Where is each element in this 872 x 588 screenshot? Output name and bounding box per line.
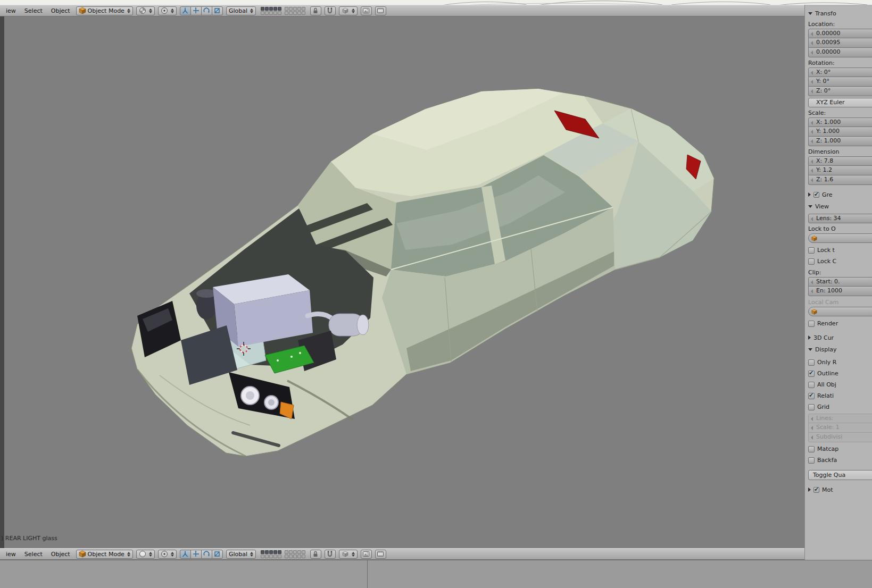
layer-toggle[interactable]: [261, 7, 264, 11]
scale-x-field[interactable]: X: 1.000: [808, 117, 872, 127]
layer-toggle[interactable]: [289, 550, 293, 554]
mode-dropdown[interactable]: Object Mode: [76, 550, 133, 559]
layer-toggle[interactable]: [269, 11, 273, 15]
snap-toggle-button[interactable]: [325, 6, 336, 15]
layer-toggle[interactable]: [297, 7, 301, 11]
snap-toggle-button[interactable]: [325, 550, 336, 559]
menu-select[interactable]: Select: [22, 551, 45, 558]
layer-toggle[interactable]: [278, 11, 281, 15]
layer-toggle[interactable]: [261, 550, 264, 554]
layer-toggle[interactable]: [289, 555, 293, 558]
snap-element-dropdown[interactable]: [339, 6, 358, 15]
layer-toggle[interactable]: [269, 7, 273, 11]
snap-element-dropdown[interactable]: [339, 550, 358, 559]
backface-culling-checkbox[interactable]: Backfa: [808, 456, 872, 465]
menu-object[interactable]: Object: [48, 551, 73, 558]
layer-toggle[interactable]: [293, 7, 297, 11]
shading-dropdown[interactable]: [136, 550, 155, 559]
layer-toggle[interactable]: [302, 7, 305, 11]
scale-y-field[interactable]: Y: 1.000: [808, 127, 872, 137]
menu-object[interactable]: Object: [48, 7, 73, 14]
grid-checkbox[interactable]: Grid: [808, 402, 872, 411]
layer-toggle[interactable]: [297, 11, 301, 15]
clip-start-field[interactable]: Start: 0.: [808, 277, 872, 287]
lock-camera-checkbox[interactable]: Lock C: [808, 257, 872, 266]
manipulator-scale-button[interactable]: [212, 6, 223, 15]
location-y-field[interactable]: 0.00095: [808, 38, 872, 48]
pivot-dropdown[interactable]: [158, 6, 177, 15]
layer-toggle[interactable]: [297, 555, 301, 558]
scene-lock-button[interactable]: [310, 6, 321, 15]
layer-toggle[interactable]: [302, 11, 305, 15]
layer-toggle[interactable]: [273, 555, 277, 558]
location-x-field[interactable]: 0.00000: [808, 29, 872, 38]
manipulator-rotate-button[interactable]: [201, 550, 212, 559]
layer-toggle[interactable]: [289, 11, 293, 15]
panel-header-transform[interactable]: Transfo: [808, 8, 872, 19]
layer-toggle[interactable]: [278, 555, 281, 558]
shading-dropdown[interactable]: [136, 6, 155, 15]
manipulator-translate-button[interactable]: [190, 550, 202, 559]
car-model[interactable]: [131, 89, 714, 456]
relationship-lines-checkbox[interactable]: Relati: [808, 391, 872, 400]
layer-toggle[interactable]: [302, 555, 305, 558]
layer-toggle[interactable]: [285, 555, 288, 558]
layer-toggle[interactable]: [273, 11, 277, 15]
layer-toggle[interactable]: [285, 550, 288, 554]
layer-toggle[interactable]: [302, 550, 305, 554]
menu-view[interactable]: iew: [3, 7, 19, 14]
opengl-render-still-button[interactable]: [361, 550, 372, 559]
manipulator-translate-button[interactable]: [190, 6, 202, 15]
local-camera-field[interactable]: [808, 307, 872, 316]
layer-toggle[interactable]: [265, 550, 269, 554]
layer-toggle[interactable]: [265, 7, 269, 11]
dimensions-z-field[interactable]: Z: 1.6: [808, 175, 872, 185]
viewport-3d[interactable]: [4, 16, 804, 548]
layer-toggle[interactable]: [265, 555, 269, 558]
all-object-origins-checkbox[interactable]: All Obj: [808, 380, 872, 389]
location-z-field[interactable]: 0.00000: [808, 48, 872, 57]
layer-toggle[interactable]: [278, 7, 281, 11]
layer-toggle[interactable]: [285, 7, 288, 11]
layer-toggle[interactable]: [261, 11, 264, 15]
panel-header-3d-cursor[interactable]: 3D Cur: [808, 332, 872, 343]
menu-select[interactable]: Select: [22, 7, 45, 14]
layer-toggle[interactable]: [293, 555, 297, 558]
rotation-z-field[interactable]: Z: 0°: [808, 87, 872, 96]
layer-toggle[interactable]: [285, 11, 288, 15]
panel-header-motion-tracking[interactable]: Mot: [808, 484, 872, 495]
dimensions-x-field[interactable]: X: 7.8: [808, 156, 872, 166]
mode-dropdown[interactable]: Object Mode: [76, 6, 133, 15]
pivot-dropdown[interactable]: [158, 550, 177, 559]
rotation-mode-dropdown[interactable]: XYZ Euler: [808, 98, 872, 107]
render-border-checkbox[interactable]: Render: [808, 319, 872, 328]
orientation-dropdown[interactable]: Global: [226, 550, 256, 559]
scene-lock-button[interactable]: [310, 550, 321, 559]
panel-header-view[interactable]: View: [808, 201, 872, 212]
rotation-x-field[interactable]: X: 0°: [808, 68, 872, 77]
scale-z-field[interactable]: Z: 1.000: [808, 137, 872, 146]
manipulator-axis-button[interactable]: [180, 6, 191, 15]
layer-toggle[interactable]: [293, 550, 297, 554]
opengl-render-anim-button[interactable]: [375, 550, 386, 559]
outline-selected-checkbox[interactable]: Outline: [808, 369, 872, 378]
layer-toggle[interactable]: [297, 550, 301, 554]
dimensions-y-field[interactable]: Y: 1.2: [808, 166, 872, 175]
layer-toggle[interactable]: [289, 7, 293, 11]
lens-field[interactable]: Lens: 34: [808, 214, 872, 223]
layer-toggle[interactable]: [273, 7, 277, 11]
layer-toggle[interactable]: [261, 555, 264, 558]
lock-to-cursor-checkbox[interactable]: Lock t: [808, 246, 872, 255]
rotation-y-field[interactable]: Y: 0°: [808, 77, 872, 87]
orientation-dropdown[interactable]: Global: [226, 6, 256, 15]
layer-toggle[interactable]: [293, 11, 297, 15]
lock-object-field[interactable]: [808, 233, 872, 243]
layer-toggle[interactable]: [269, 555, 273, 558]
layer-toggle[interactable]: [265, 11, 269, 15]
toggle-quad-view-button[interactable]: Toggle Qua: [808, 470, 872, 480]
panel-header-grease-pencil[interactable]: Gre: [808, 189, 872, 200]
layer-toggle[interactable]: [278, 550, 281, 554]
clip-end-field[interactable]: En: 1000: [808, 287, 872, 296]
manipulator-rotate-button[interactable]: [201, 6, 212, 15]
manipulator-scale-button[interactable]: [212, 550, 223, 559]
